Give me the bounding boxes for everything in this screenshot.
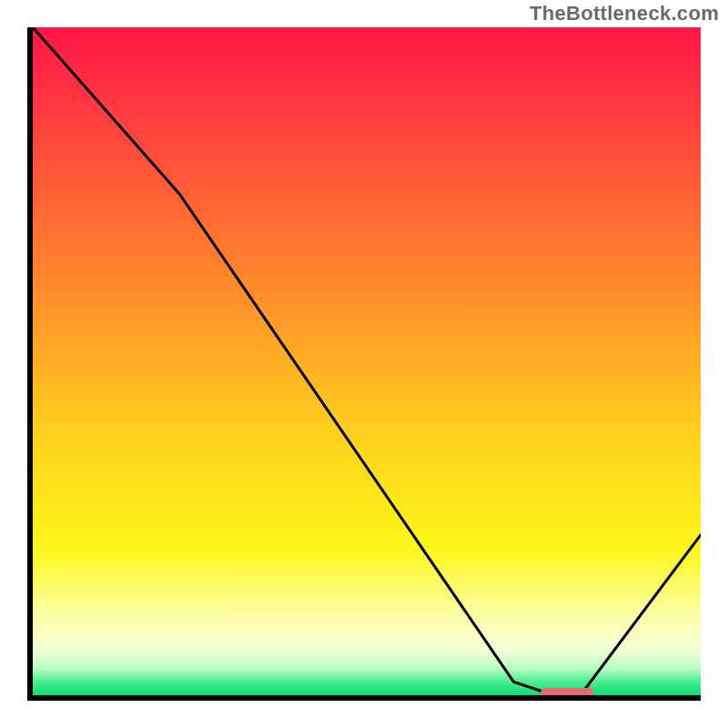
plot-background — [33, 27, 701, 695]
chart-canvas: TheBottleneck.com — [0, 0, 728, 728]
svg-rect-0 — [33, 27, 701, 695]
x-axis — [27, 695, 701, 701]
watermark-text: TheBottleneck.com — [530, 2, 719, 25]
